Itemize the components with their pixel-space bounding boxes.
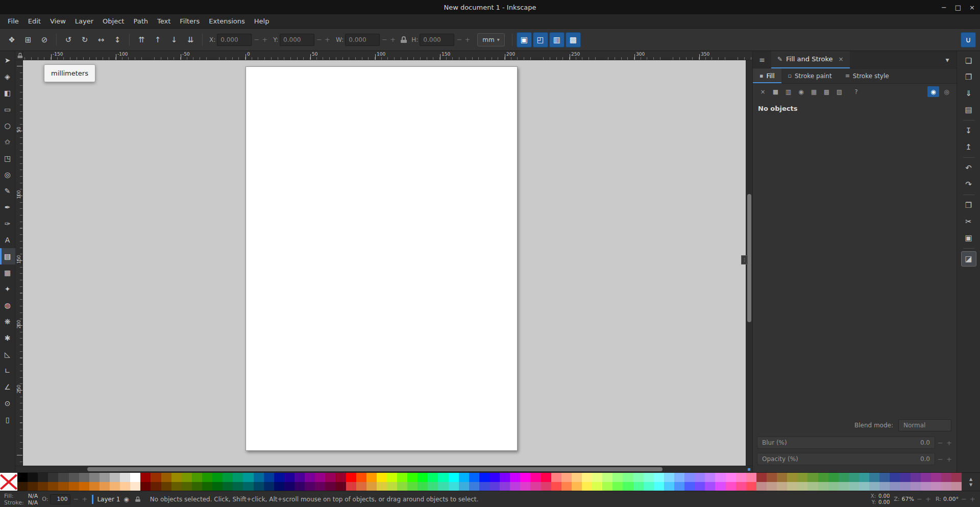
color-swatch[interactable] bbox=[890, 482, 900, 491]
color-swatch[interactable] bbox=[172, 473, 182, 482]
units-dropdown[interactable]: mm ▾ bbox=[477, 33, 504, 46]
color-swatch[interactable] bbox=[684, 482, 695, 491]
rotation-increment[interactable]: + bbox=[969, 495, 976, 503]
tool-pen[interactable]: ✒ bbox=[0, 199, 15, 215]
color-swatch[interactable] bbox=[151, 482, 161, 491]
color-swatch[interactable] bbox=[510, 473, 520, 482]
color-swatch[interactable] bbox=[254, 473, 264, 482]
color-swatch[interactable] bbox=[777, 482, 787, 491]
snap-toggle-button[interactable]: ∪ bbox=[961, 32, 976, 47]
color-swatch[interactable] bbox=[859, 473, 869, 482]
color-swatch[interactable] bbox=[274, 473, 284, 482]
color-swatch[interactable] bbox=[459, 473, 469, 482]
color-swatch[interactable] bbox=[921, 482, 931, 491]
flip-horizontal-button[interactable]: ↔ bbox=[93, 32, 109, 47]
blur-slider[interactable]: Blur (%) 0.0 bbox=[757, 437, 935, 449]
color-swatch[interactable] bbox=[900, 482, 910, 491]
color-swatch[interactable] bbox=[233, 482, 243, 491]
color-swatch[interactable] bbox=[418, 482, 428, 491]
color-swatch[interactable] bbox=[736, 482, 746, 491]
x-input[interactable]: 0.000 bbox=[217, 34, 252, 46]
color-swatch[interactable] bbox=[849, 473, 859, 482]
color-swatch[interactable] bbox=[489, 482, 500, 491]
color-swatch[interactable] bbox=[223, 473, 233, 482]
color-swatch[interactable] bbox=[623, 473, 633, 482]
color-swatch[interactable] bbox=[561, 482, 572, 491]
color-swatch[interactable] bbox=[746, 473, 756, 482]
color-swatch[interactable] bbox=[28, 473, 38, 482]
color-swatch[interactable] bbox=[879, 482, 890, 491]
color-swatch[interactable] bbox=[58, 482, 68, 491]
color-swatch[interactable] bbox=[530, 473, 541, 482]
tool-pencil[interactable]: ✎ bbox=[0, 183, 15, 199]
palette-scroll-up-icon[interactable]: ▲ bbox=[969, 477, 972, 481]
close-button[interactable]: × bbox=[969, 4, 975, 11]
color-swatch[interactable] bbox=[284, 482, 295, 491]
w-input[interactable]: 0.000 bbox=[345, 34, 380, 46]
color-swatch[interactable] bbox=[69, 482, 79, 491]
color-swatch[interactable] bbox=[397, 482, 407, 491]
fill-rule-evenodd-button[interactable]: ◎ bbox=[941, 86, 952, 97]
color-swatch[interactable] bbox=[644, 482, 654, 491]
color-swatch[interactable] bbox=[346, 482, 356, 491]
color-swatch[interactable] bbox=[592, 473, 602, 482]
color-swatch[interactable] bbox=[17, 473, 28, 482]
color-swatch[interactable] bbox=[941, 482, 951, 491]
tool-calligraphy[interactable]: ✑ bbox=[0, 215, 15, 232]
h-increment[interactable]: + bbox=[464, 36, 471, 43]
color-swatch[interactable] bbox=[644, 473, 654, 482]
color-swatch[interactable] bbox=[407, 473, 418, 482]
color-swatch[interactable] bbox=[767, 482, 777, 491]
tool-connector[interactable]: ∟ bbox=[0, 363, 15, 379]
tool-measure[interactable]: ∠ bbox=[0, 379, 15, 395]
rotation-value[interactable]: 0.00° bbox=[943, 496, 959, 502]
tool-box-3d[interactable]: ◳ bbox=[0, 150, 15, 166]
deselect-button[interactable]: ⊘ bbox=[37, 32, 52, 47]
unknown-paint-button[interactable]: ▨ bbox=[834, 86, 845, 97]
color-swatch[interactable] bbox=[28, 482, 38, 491]
color-swatch[interactable] bbox=[377, 482, 387, 491]
new-document-button[interactable]: ❏ bbox=[961, 53, 976, 68]
radial-gradient-button[interactable]: ◉ bbox=[795, 86, 807, 97]
tool-mesh-gradient[interactable]: ▦ bbox=[0, 264, 15, 281]
palette-scroll-down-icon[interactable]: ▼ bbox=[969, 482, 972, 487]
color-swatch[interactable] bbox=[726, 482, 736, 491]
color-swatch[interactable] bbox=[818, 482, 828, 491]
color-swatch[interactable] bbox=[828, 473, 839, 482]
color-swatch[interactable] bbox=[479, 482, 489, 491]
color-swatch[interactable] bbox=[366, 473, 377, 482]
color-swatch[interactable] bbox=[541, 482, 551, 491]
color-swatch[interactable] bbox=[839, 482, 849, 491]
color-swatch[interactable] bbox=[541, 473, 551, 482]
color-swatch[interactable] bbox=[449, 473, 459, 482]
no-paint-button[interactable]: × bbox=[757, 86, 769, 97]
color-swatch[interactable] bbox=[274, 482, 284, 491]
x-decrement[interactable]: − bbox=[253, 36, 260, 43]
color-swatch[interactable] bbox=[572, 482, 582, 491]
color-swatch[interactable] bbox=[797, 482, 807, 491]
opacity-decrement[interactable]: − bbox=[72, 495, 79, 503]
color-swatch[interactable] bbox=[633, 482, 644, 491]
color-swatch[interactable] bbox=[428, 482, 438, 491]
color-swatch[interactable] bbox=[172, 482, 182, 491]
color-swatch[interactable] bbox=[212, 482, 223, 491]
color-swatch[interactable] bbox=[438, 482, 448, 491]
color-swatch[interactable] bbox=[469, 473, 479, 482]
color-swatch[interactable] bbox=[664, 473, 674, 482]
color-swatch[interactable] bbox=[202, 482, 212, 491]
color-swatch[interactable] bbox=[756, 473, 767, 482]
zoom-increment[interactable]: + bbox=[925, 495, 932, 503]
color-swatch[interactable] bbox=[325, 482, 335, 491]
titlebar[interactable]: New document 1 - Inkscape − □ × bbox=[0, 0, 980, 14]
color-swatch[interactable] bbox=[89, 482, 100, 491]
rotate-ccw-button[interactable]: ↺ bbox=[61, 32, 76, 47]
color-swatch[interactable] bbox=[787, 473, 797, 482]
copy-button[interactable]: ❒ bbox=[961, 198, 976, 213]
color-swatch[interactable] bbox=[818, 473, 828, 482]
color-swatch[interactable] bbox=[572, 473, 582, 482]
color-swatch[interactable] bbox=[551, 482, 561, 491]
color-swatch[interactable] bbox=[428, 473, 438, 482]
color-swatch[interactable] bbox=[38, 482, 48, 491]
maximize-button[interactable]: □ bbox=[955, 4, 961, 11]
rotate-cw-button[interactable]: ↻ bbox=[77, 32, 92, 47]
